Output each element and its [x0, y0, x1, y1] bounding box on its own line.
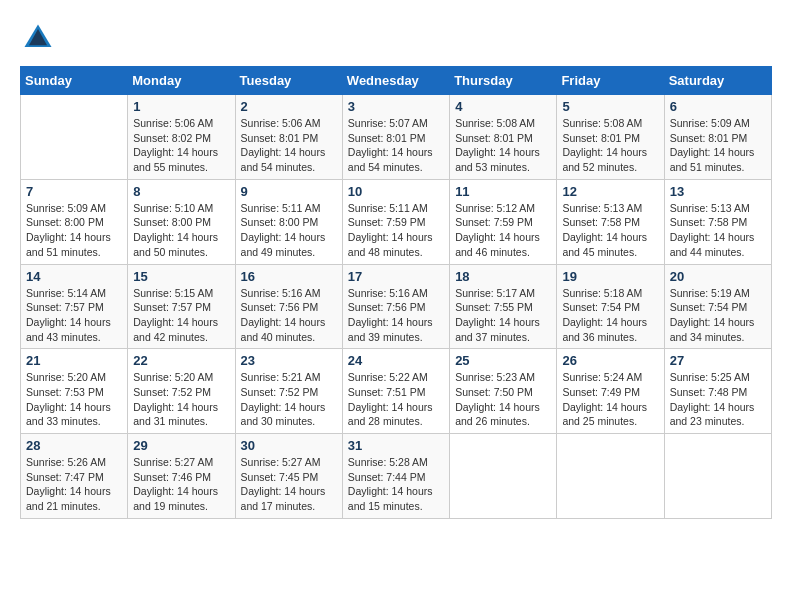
calendar-table: SundayMondayTuesdayWednesdayThursdayFrid…: [20, 66, 772, 519]
calendar-cell: 5Sunrise: 5:08 AM Sunset: 8:01 PM Daylig…: [557, 95, 664, 180]
day-info: Sunrise: 5:26 AM Sunset: 7:47 PM Dayligh…: [26, 455, 122, 514]
calendar-cell: 22Sunrise: 5:20 AM Sunset: 7:52 PM Dayli…: [128, 349, 235, 434]
day-header-friday: Friday: [557, 67, 664, 95]
day-number: 23: [241, 353, 337, 368]
calendar-week-row: 28Sunrise: 5:26 AM Sunset: 7:47 PM Dayli…: [21, 434, 772, 519]
day-info: Sunrise: 5:08 AM Sunset: 8:01 PM Dayligh…: [562, 116, 658, 175]
calendar-cell: [557, 434, 664, 519]
calendar-cell: 15Sunrise: 5:15 AM Sunset: 7:57 PM Dayli…: [128, 264, 235, 349]
day-number: 20: [670, 269, 766, 284]
calendar-cell: 10Sunrise: 5:11 AM Sunset: 7:59 PM Dayli…: [342, 179, 449, 264]
calendar-cell: 26Sunrise: 5:24 AM Sunset: 7:49 PM Dayli…: [557, 349, 664, 434]
day-number: 6: [670, 99, 766, 114]
calendar-cell: 28Sunrise: 5:26 AM Sunset: 7:47 PM Dayli…: [21, 434, 128, 519]
day-number: 26: [562, 353, 658, 368]
calendar-cell: 21Sunrise: 5:20 AM Sunset: 7:53 PM Dayli…: [21, 349, 128, 434]
day-info: Sunrise: 5:06 AM Sunset: 8:01 PM Dayligh…: [241, 116, 337, 175]
day-number: 18: [455, 269, 551, 284]
day-info: Sunrise: 5:23 AM Sunset: 7:50 PM Dayligh…: [455, 370, 551, 429]
day-info: Sunrise: 5:11 AM Sunset: 7:59 PM Dayligh…: [348, 201, 444, 260]
day-number: 27: [670, 353, 766, 368]
day-info: Sunrise: 5:08 AM Sunset: 8:01 PM Dayligh…: [455, 116, 551, 175]
calendar-cell: 30Sunrise: 5:27 AM Sunset: 7:45 PM Dayli…: [235, 434, 342, 519]
calendar-header-row: SundayMondayTuesdayWednesdayThursdayFrid…: [21, 67, 772, 95]
day-info: Sunrise: 5:07 AM Sunset: 8:01 PM Dayligh…: [348, 116, 444, 175]
calendar-cell: 29Sunrise: 5:27 AM Sunset: 7:46 PM Dayli…: [128, 434, 235, 519]
day-info: Sunrise: 5:13 AM Sunset: 7:58 PM Dayligh…: [670, 201, 766, 260]
day-header-wednesday: Wednesday: [342, 67, 449, 95]
calendar-cell: 6Sunrise: 5:09 AM Sunset: 8:01 PM Daylig…: [664, 95, 771, 180]
day-number: 25: [455, 353, 551, 368]
day-number: 15: [133, 269, 229, 284]
day-info: Sunrise: 5:22 AM Sunset: 7:51 PM Dayligh…: [348, 370, 444, 429]
day-header-tuesday: Tuesday: [235, 67, 342, 95]
day-header-monday: Monday: [128, 67, 235, 95]
day-info: Sunrise: 5:20 AM Sunset: 7:53 PM Dayligh…: [26, 370, 122, 429]
calendar-cell: 24Sunrise: 5:22 AM Sunset: 7:51 PM Dayli…: [342, 349, 449, 434]
day-header-thursday: Thursday: [450, 67, 557, 95]
day-number: 13: [670, 184, 766, 199]
calendar-cell: 20Sunrise: 5:19 AM Sunset: 7:54 PM Dayli…: [664, 264, 771, 349]
calendar-cell: [450, 434, 557, 519]
day-number: 10: [348, 184, 444, 199]
day-number: 29: [133, 438, 229, 453]
calendar-cell: 11Sunrise: 5:12 AM Sunset: 7:59 PM Dayli…: [450, 179, 557, 264]
page-header: [20, 20, 772, 56]
calendar-cell: 13Sunrise: 5:13 AM Sunset: 7:58 PM Dayli…: [664, 179, 771, 264]
day-number: 17: [348, 269, 444, 284]
day-number: 21: [26, 353, 122, 368]
logo-icon: [20, 20, 56, 56]
logo: [20, 20, 62, 56]
day-number: 9: [241, 184, 337, 199]
day-number: 28: [26, 438, 122, 453]
day-number: 1: [133, 99, 229, 114]
calendar-cell: 16Sunrise: 5:16 AM Sunset: 7:56 PM Dayli…: [235, 264, 342, 349]
calendar-cell: 19Sunrise: 5:18 AM Sunset: 7:54 PM Dayli…: [557, 264, 664, 349]
calendar-cell: 2Sunrise: 5:06 AM Sunset: 8:01 PM Daylig…: [235, 95, 342, 180]
day-info: Sunrise: 5:11 AM Sunset: 8:00 PM Dayligh…: [241, 201, 337, 260]
day-info: Sunrise: 5:09 AM Sunset: 8:00 PM Dayligh…: [26, 201, 122, 260]
day-header-saturday: Saturday: [664, 67, 771, 95]
day-number: 19: [562, 269, 658, 284]
day-info: Sunrise: 5:12 AM Sunset: 7:59 PM Dayligh…: [455, 201, 551, 260]
day-number: 5: [562, 99, 658, 114]
calendar-cell: 31Sunrise: 5:28 AM Sunset: 7:44 PM Dayli…: [342, 434, 449, 519]
calendar-week-row: 21Sunrise: 5:20 AM Sunset: 7:53 PM Dayli…: [21, 349, 772, 434]
calendar-week-row: 7Sunrise: 5:09 AM Sunset: 8:00 PM Daylig…: [21, 179, 772, 264]
day-number: 11: [455, 184, 551, 199]
day-info: Sunrise: 5:20 AM Sunset: 7:52 PM Dayligh…: [133, 370, 229, 429]
day-number: 8: [133, 184, 229, 199]
day-number: 2: [241, 99, 337, 114]
day-number: 4: [455, 99, 551, 114]
calendar-cell: [664, 434, 771, 519]
calendar-week-row: 1Sunrise: 5:06 AM Sunset: 8:02 PM Daylig…: [21, 95, 772, 180]
day-number: 7: [26, 184, 122, 199]
day-number: 14: [26, 269, 122, 284]
day-info: Sunrise: 5:27 AM Sunset: 7:45 PM Dayligh…: [241, 455, 337, 514]
calendar-cell: 3Sunrise: 5:07 AM Sunset: 8:01 PM Daylig…: [342, 95, 449, 180]
calendar-cell: 8Sunrise: 5:10 AM Sunset: 8:00 PM Daylig…: [128, 179, 235, 264]
calendar-cell: 14Sunrise: 5:14 AM Sunset: 7:57 PM Dayli…: [21, 264, 128, 349]
calendar-cell: 9Sunrise: 5:11 AM Sunset: 8:00 PM Daylig…: [235, 179, 342, 264]
calendar-cell: 17Sunrise: 5:16 AM Sunset: 7:56 PM Dayli…: [342, 264, 449, 349]
calendar-cell: 18Sunrise: 5:17 AM Sunset: 7:55 PM Dayli…: [450, 264, 557, 349]
day-info: Sunrise: 5:13 AM Sunset: 7:58 PM Dayligh…: [562, 201, 658, 260]
day-info: Sunrise: 5:14 AM Sunset: 7:57 PM Dayligh…: [26, 286, 122, 345]
day-number: 16: [241, 269, 337, 284]
day-info: Sunrise: 5:06 AM Sunset: 8:02 PM Dayligh…: [133, 116, 229, 175]
calendar-cell: 25Sunrise: 5:23 AM Sunset: 7:50 PM Dayli…: [450, 349, 557, 434]
calendar-week-row: 14Sunrise: 5:14 AM Sunset: 7:57 PM Dayli…: [21, 264, 772, 349]
day-info: Sunrise: 5:25 AM Sunset: 7:48 PM Dayligh…: [670, 370, 766, 429]
calendar-cell: 23Sunrise: 5:21 AM Sunset: 7:52 PM Dayli…: [235, 349, 342, 434]
day-number: 3: [348, 99, 444, 114]
calendar-cell: 4Sunrise: 5:08 AM Sunset: 8:01 PM Daylig…: [450, 95, 557, 180]
day-info: Sunrise: 5:10 AM Sunset: 8:00 PM Dayligh…: [133, 201, 229, 260]
day-header-sunday: Sunday: [21, 67, 128, 95]
day-info: Sunrise: 5:15 AM Sunset: 7:57 PM Dayligh…: [133, 286, 229, 345]
day-info: Sunrise: 5:18 AM Sunset: 7:54 PM Dayligh…: [562, 286, 658, 345]
day-number: 24: [348, 353, 444, 368]
day-number: 30: [241, 438, 337, 453]
day-number: 31: [348, 438, 444, 453]
calendar-cell: 7Sunrise: 5:09 AM Sunset: 8:00 PM Daylig…: [21, 179, 128, 264]
calendar-cell: 27Sunrise: 5:25 AM Sunset: 7:48 PM Dayli…: [664, 349, 771, 434]
